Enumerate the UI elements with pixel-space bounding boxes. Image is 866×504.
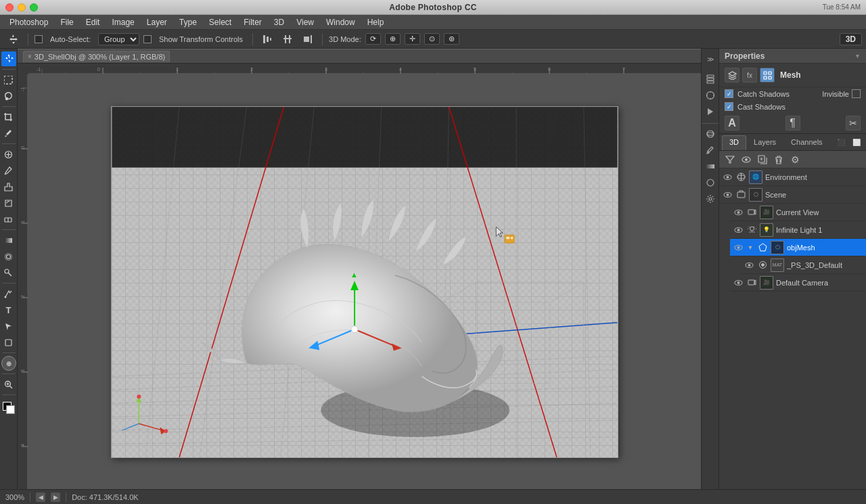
lasso-tool[interactable] [1, 89, 16, 104]
selection-tool[interactable] [1, 72, 16, 87]
prop-icon-mesh[interactable] [760, 68, 775, 83]
layer-filter-icon[interactable] [723, 153, 737, 166]
menu-help[interactable]: Help [362, 16, 390, 28]
healing-tool[interactable] [1, 147, 16, 162]
menu-photoshop[interactable]: Photoshop [4, 16, 53, 28]
properties-adjust-icon[interactable] [703, 88, 718, 103]
layer-item-environment[interactable]: 🌐 Environment [719, 168, 866, 186]
fg-bg-colors[interactable] [1, 400, 16, 415]
stamp-tool[interactable] [1, 179, 16, 194]
dodge-tool[interactable] [1, 265, 16, 280]
text-btn-paragraph[interactable]: ¶ [785, 116, 800, 131]
layer-vis-environment[interactable] [722, 172, 733, 183]
scissors-btn[interactable]: ✂ [846, 116, 861, 131]
layer-item-infinitelight1[interactable]: 💡 Infinite Light 1 [730, 221, 866, 239]
settings-icon[interactable] [703, 191, 718, 206]
close-button[interactable] [5, 3, 14, 12]
menu-filter[interactable]: Filter [238, 16, 267, 28]
properties-header[interactable]: Properties ▼ [719, 49, 866, 64]
type-tool[interactable]: T [1, 302, 16, 317]
invisible-checkbox[interactable] [852, 89, 861, 98]
properties-layers-icon[interactable] [703, 72, 718, 87]
move-tool[interactable] [1, 51, 16, 66]
zoom-tool[interactable] [1, 377, 16, 392]
menu-window[interactable]: Window [321, 16, 361, 28]
eraser-tool[interactable] [1, 212, 16, 227]
layer-vis-currentview[interactable] [733, 207, 744, 218]
layer-more-icon[interactable]: ⚙ [788, 153, 802, 166]
tab-3d[interactable]: 3D [722, 135, 746, 150]
doc-tab-close[interactable]: × [28, 53, 32, 60]
menu-select[interactable]: Select [204, 16, 237, 28]
layer-vis-ps3ddefault[interactable] [744, 260, 754, 271]
mode-btn-pan[interactable]: ✛ [405, 33, 420, 45]
tab-layers[interactable]: Layers [746, 135, 783, 150]
menu-layer[interactable]: Layer [141, 16, 173, 28]
blur-tool[interactable] [1, 249, 16, 264]
menu-image[interactable]: Image [106, 16, 139, 28]
layer-item-ps3ddefault[interactable]: MAT _PS_3D_Default [741, 256, 866, 274]
eyedropper-tool[interactable] [1, 126, 16, 141]
collapse-panel-btn[interactable]: ≫ [703, 51, 718, 66]
layer-vis-objmesh[interactable] [733, 242, 744, 253]
brush-options-icon[interactable] [703, 143, 718, 158]
menu-view[interactable]: View [291, 16, 319, 28]
minimize-button[interactable] [18, 3, 26, 12]
text-btn-A[interactable]: A [725, 116, 739, 131]
history-brush-tool[interactable] [1, 196, 16, 210]
gradient-options-icon[interactable] [703, 159, 718, 174]
menu-file[interactable]: File [55, 16, 78, 28]
transform-checkbox[interactable] [143, 35, 152, 43]
prop-icon-layers[interactable] [725, 68, 739, 83]
cast-shadows-checkbox[interactable]: ✓ [725, 102, 733, 111]
autoselect-checkbox[interactable] [35, 35, 43, 43]
3d-label-btn[interactable]: 3D [840, 33, 862, 45]
layer-expand-objmesh[interactable]: ▼ [746, 244, 754, 252]
panel-icon-expand[interactable]: ⬛ [834, 135, 848, 149]
mode-btn-rotate[interactable]: ⟳ [365, 33, 381, 45]
autoselect-dropdown[interactable]: Group Layer [98, 33, 139, 45]
svg-text:1: 1 [20, 221, 25, 223]
menu-3d[interactable]: 3D [269, 16, 290, 28]
layer-item-scene[interactable]: ⬡ Scene [719, 186, 866, 204]
brush-tool[interactable] [1, 163, 16, 178]
layer-item-defaultcamera[interactable]: 🎥 Default Camera [730, 274, 866, 292]
prop-icon-fx[interactable]: fx [742, 68, 757, 83]
crop-tool[interactable] [1, 110, 16, 124]
menu-type[interactable]: Type [174, 16, 202, 28]
viewport-3d[interactable]: ▲ [112, 107, 618, 457]
align-btn-2[interactable] [279, 33, 296, 45]
3d-rotate-icon[interactable] [703, 127, 718, 141]
warp-icon[interactable] [703, 175, 718, 190]
bottom-arrow-right[interactable]: ▶ [51, 492, 60, 502]
catch-shadows-checkbox[interactable]: ✓ [725, 89, 733, 98]
mode-btn-slide[interactable]: ⊙ [424, 33, 440, 45]
background-color[interactable] [6, 405, 15, 414]
mode-btn-scale[interactable]: ⊛ [444, 33, 459, 45]
layer-vis-defaultcamera[interactable] [733, 277, 744, 288]
bottom-arrow-left[interactable]: ◀ [36, 492, 45, 502]
layer-delete-icon[interactable] [772, 153, 785, 166]
panel-icon-shrink[interactable]: ⬜ [850, 135, 863, 149]
layer-new-icon[interactable] [756, 153, 769, 166]
align-btn-3[interactable] [300, 33, 316, 45]
menu-edit[interactable]: Edit [81, 16, 106, 28]
layer-item-currentview[interactable]: 🎥 Current View [730, 204, 866, 221]
doc-tab-item[interactable]: × 3D_ShellObj @ 300% (Layer 1, RGB/8) [23, 51, 170, 62]
layer-item-objmesh[interactable]: ▼ ⬡ objMesh [730, 239, 866, 256]
crosshair-btn[interactable]: ⊕ [1, 356, 16, 371]
align-btn-1[interactable] [259, 33, 275, 45]
canvas-content[interactable]: ▲ [28, 74, 701, 489]
play-icon[interactable] [703, 104, 718, 119]
mode-btn-roll[interactable]: ⊕ [385, 33, 401, 45]
layer-vis-infinitelight1[interactable] [733, 225, 744, 235]
gradient-tool[interactable] [1, 233, 16, 248]
maximize-button[interactable] [30, 3, 38, 12]
canvas-document[interactable]: ▲ [111, 106, 618, 458]
layer-visibility-icon[interactable] [739, 153, 753, 166]
layer-vis-scene[interactable] [722, 189, 733, 200]
path-selection-tool[interactable] [1, 319, 16, 334]
pen-tool[interactable] [1, 286, 16, 301]
shape-tool[interactable] [1, 335, 16, 350]
tab-channels[interactable]: Channels [783, 135, 829, 150]
